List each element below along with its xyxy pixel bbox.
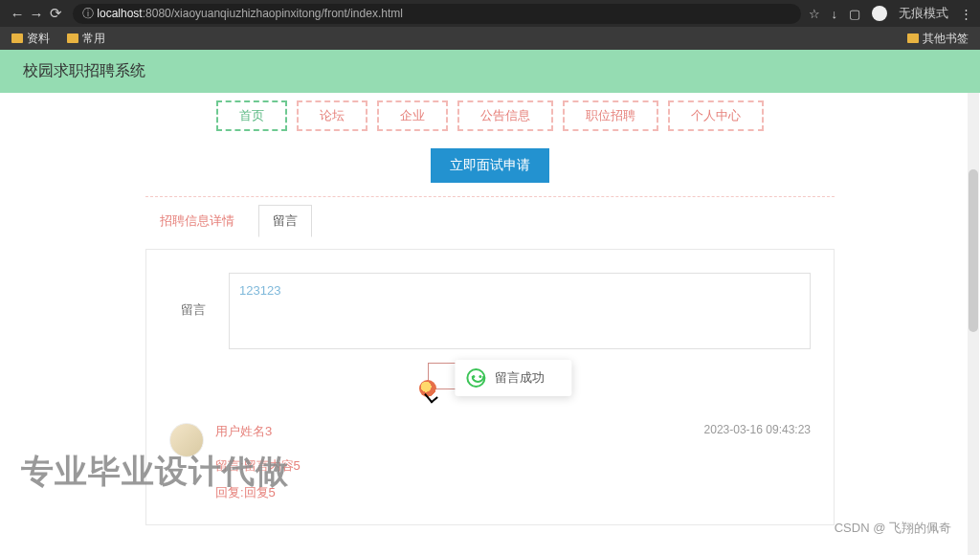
tab-detail[interactable]: 招聘信息详情 [145, 205, 249, 237]
nav-home[interactable]: 首页 [216, 100, 287, 131]
back-icon[interactable]: ← [8, 6, 27, 22]
message-textarea[interactable]: 123123 [229, 273, 811, 349]
bookmark-bar: 资料 常用 其他书签 [0, 27, 980, 50]
url-path: :8080/xiaoyuanqiuzhizhaopinxitong/front/… [143, 7, 403, 20]
url-bar[interactable]: ⓘ localhost :8080/xiaoyuanqiuzhizhaopinx… [73, 4, 801, 24]
toast-success: 留言成功 [455, 360, 571, 396]
site-title: 校园求职招聘系统 [23, 62, 145, 78]
watermark-small: CSDN @ 飞翔的佩奇 [835, 520, 951, 537]
nav-company[interactable]: 企业 [377, 100, 448, 131]
nav-profile[interactable]: 个人中心 [668, 100, 764, 131]
info-icon: ⓘ [82, 6, 97, 22]
profile-icon[interactable] [872, 6, 887, 21]
nav-jobs[interactable]: 职位招聘 [563, 100, 658, 131]
folder-icon [907, 33, 919, 43]
folder-icon [11, 33, 23, 43]
folder-icon [67, 33, 78, 43]
scrollbar-track[interactable] [968, 93, 979, 555]
site-header: 校园求职招聘系统 [0, 50, 980, 93]
forward-icon[interactable]: → [27, 6, 46, 22]
comment-reply: 回复:回复5 [215, 484, 811, 501]
download-icon[interactable]: ↓ [832, 7, 838, 21]
browser-toolbar: ← → ⟳ ⓘ localhost :8080/xiaoyuanqiuzhizh… [0, 0, 980, 27]
nav-forum[interactable]: 论坛 [297, 100, 368, 131]
comment-body: 留言:留言内容5 [215, 457, 811, 475]
bookmark-other[interactable]: 其他书签 [907, 31, 969, 47]
star-icon[interactable]: ☆ [809, 7, 820, 21]
tabs: 招聘信息详情 留言 [145, 205, 835, 237]
scrollbar-thumb[interactable] [969, 169, 978, 332]
smile-icon [466, 368, 485, 388]
url-host: localhost [97, 7, 142, 20]
menu-icon[interactable]: ⋮ [960, 7, 972, 21]
comment-time: 2023-03-16 09:43:23 [704, 423, 811, 440]
bookmark-item[interactable]: 资料 [11, 31, 50, 47]
incognito-label: 无痕模式 [899, 5, 948, 22]
apply-interview-button[interactable]: 立即面试申请 [431, 148, 549, 183]
cursor-icon [419, 380, 436, 397]
comment-username: 用户姓名3 [215, 423, 272, 440]
panel-icon[interactable]: ▢ [849, 7, 860, 21]
watermark-large: 专业毕业设计代做 [21, 450, 289, 494]
message-label: 留言 [169, 273, 206, 319]
main-nav: 首页 论坛 企业 公告信息 职位招聘 个人中心 [0, 93, 980, 139]
tab-message[interactable]: 留言 [258, 205, 312, 237]
bookmark-item[interactable]: 常用 [67, 31, 105, 47]
nav-notice[interactable]: 公告信息 [457, 100, 553, 131]
reload-icon[interactable]: ⟳ [46, 5, 65, 22]
toast-text: 留言成功 [495, 369, 545, 387]
